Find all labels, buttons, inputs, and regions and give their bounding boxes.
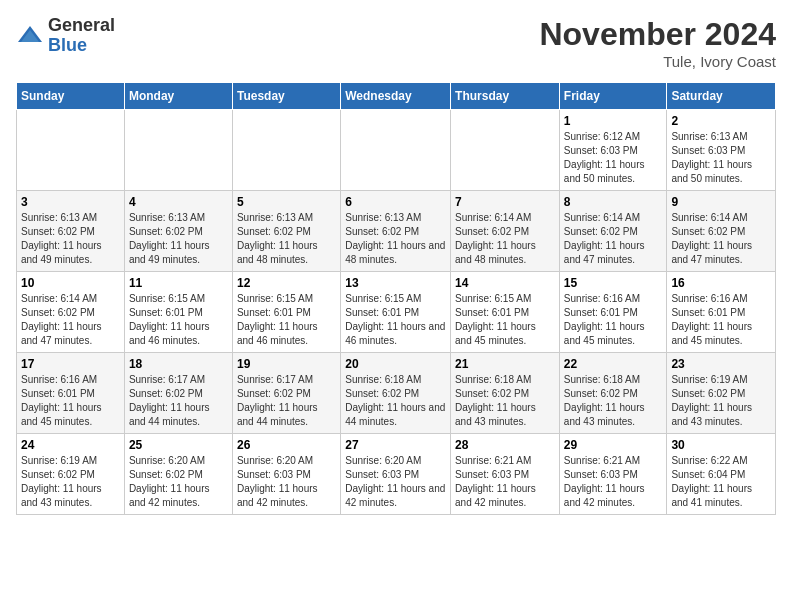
day-number: 25 <box>129 438 228 452</box>
day-info: Sunrise: 6:12 AM Sunset: 6:03 PM Dayligh… <box>564 130 663 186</box>
day-info: Sunrise: 6:18 AM Sunset: 6:02 PM Dayligh… <box>345 373 446 429</box>
day-number: 19 <box>237 357 336 371</box>
calendar-cell: 6Sunrise: 6:13 AM Sunset: 6:02 PM Daylig… <box>341 191 451 272</box>
logo: General Blue <box>16 16 115 56</box>
day-info: Sunrise: 6:15 AM Sunset: 6:01 PM Dayligh… <box>345 292 446 348</box>
day-number: 10 <box>21 276 120 290</box>
day-info: Sunrise: 6:14 AM Sunset: 6:02 PM Dayligh… <box>21 292 120 348</box>
calendar-cell <box>232 110 340 191</box>
day-info: Sunrise: 6:13 AM Sunset: 6:02 PM Dayligh… <box>345 211 446 267</box>
calendar-cell: 4Sunrise: 6:13 AM Sunset: 6:02 PM Daylig… <box>124 191 232 272</box>
day-number: 22 <box>564 357 663 371</box>
calendar-cell: 5Sunrise: 6:13 AM Sunset: 6:02 PM Daylig… <box>232 191 340 272</box>
day-info: Sunrise: 6:16 AM Sunset: 6:01 PM Dayligh… <box>21 373 120 429</box>
calendar-cell: 25Sunrise: 6:20 AM Sunset: 6:02 PM Dayli… <box>124 434 232 515</box>
logo-text: General Blue <box>48 16 115 56</box>
calendar-week: 17Sunrise: 6:16 AM Sunset: 6:01 PM Dayli… <box>17 353 776 434</box>
day-info: Sunrise: 6:15 AM Sunset: 6:01 PM Dayligh… <box>129 292 228 348</box>
header-day: Friday <box>559 83 667 110</box>
header-day: Monday <box>124 83 232 110</box>
day-number: 26 <box>237 438 336 452</box>
calendar-cell: 3Sunrise: 6:13 AM Sunset: 6:02 PM Daylig… <box>17 191 125 272</box>
day-number: 8 <box>564 195 663 209</box>
calendar-cell <box>17 110 125 191</box>
day-number: 23 <box>671 357 771 371</box>
calendar-body: 1Sunrise: 6:12 AM Sunset: 6:03 PM Daylig… <box>17 110 776 515</box>
day-info: Sunrise: 6:19 AM Sunset: 6:02 PM Dayligh… <box>21 454 120 510</box>
calendar-cell: 23Sunrise: 6:19 AM Sunset: 6:02 PM Dayli… <box>667 353 776 434</box>
day-info: Sunrise: 6:15 AM Sunset: 6:01 PM Dayligh… <box>237 292 336 348</box>
calendar-cell: 16Sunrise: 6:16 AM Sunset: 6:01 PM Dayli… <box>667 272 776 353</box>
day-number: 21 <box>455 357 555 371</box>
day-info: Sunrise: 6:14 AM Sunset: 6:02 PM Dayligh… <box>671 211 771 267</box>
day-info: Sunrise: 6:21 AM Sunset: 6:03 PM Dayligh… <box>564 454 663 510</box>
calendar-cell <box>124 110 232 191</box>
logo-blue: Blue <box>48 36 115 56</box>
day-number: 17 <box>21 357 120 371</box>
day-number: 28 <box>455 438 555 452</box>
day-info: Sunrise: 6:19 AM Sunset: 6:02 PM Dayligh… <box>671 373 771 429</box>
day-number: 5 <box>237 195 336 209</box>
day-number: 3 <box>21 195 120 209</box>
month-title: November 2024 <box>539 16 776 53</box>
calendar-week: 3Sunrise: 6:13 AM Sunset: 6:02 PM Daylig… <box>17 191 776 272</box>
day-number: 2 <box>671 114 771 128</box>
calendar-cell <box>451 110 560 191</box>
calendar-cell: 21Sunrise: 6:18 AM Sunset: 6:02 PM Dayli… <box>451 353 560 434</box>
calendar-cell: 18Sunrise: 6:17 AM Sunset: 6:02 PM Dayli… <box>124 353 232 434</box>
day-info: Sunrise: 6:21 AM Sunset: 6:03 PM Dayligh… <box>455 454 555 510</box>
logo-icon <box>16 22 44 50</box>
day-number: 30 <box>671 438 771 452</box>
day-info: Sunrise: 6:13 AM Sunset: 6:02 PM Dayligh… <box>21 211 120 267</box>
calendar-cell: 28Sunrise: 6:21 AM Sunset: 6:03 PM Dayli… <box>451 434 560 515</box>
day-info: Sunrise: 6:20 AM Sunset: 6:03 PM Dayligh… <box>345 454 446 510</box>
header-day: Wednesday <box>341 83 451 110</box>
day-number: 7 <box>455 195 555 209</box>
day-number: 12 <box>237 276 336 290</box>
logo-general: General <box>48 16 115 36</box>
calendar-week: 10Sunrise: 6:14 AM Sunset: 6:02 PM Dayli… <box>17 272 776 353</box>
day-number: 27 <box>345 438 446 452</box>
day-number: 24 <box>21 438 120 452</box>
calendar-cell: 29Sunrise: 6:21 AM Sunset: 6:03 PM Dayli… <box>559 434 667 515</box>
day-info: Sunrise: 6:20 AM Sunset: 6:02 PM Dayligh… <box>129 454 228 510</box>
day-number: 18 <box>129 357 228 371</box>
day-number: 6 <box>345 195 446 209</box>
calendar-cell: 30Sunrise: 6:22 AM Sunset: 6:04 PM Dayli… <box>667 434 776 515</box>
calendar-week: 1Sunrise: 6:12 AM Sunset: 6:03 PM Daylig… <box>17 110 776 191</box>
day-info: Sunrise: 6:20 AM Sunset: 6:03 PM Dayligh… <box>237 454 336 510</box>
day-info: Sunrise: 6:18 AM Sunset: 6:02 PM Dayligh… <box>455 373 555 429</box>
day-number: 11 <box>129 276 228 290</box>
calendar-cell: 22Sunrise: 6:18 AM Sunset: 6:02 PM Dayli… <box>559 353 667 434</box>
day-number: 20 <box>345 357 446 371</box>
day-number: 1 <box>564 114 663 128</box>
page-header: General Blue November 2024 Tule, Ivory C… <box>16 16 776 70</box>
header-day: Saturday <box>667 83 776 110</box>
calendar-cell: 27Sunrise: 6:20 AM Sunset: 6:03 PM Dayli… <box>341 434 451 515</box>
calendar-cell: 15Sunrise: 6:16 AM Sunset: 6:01 PM Dayli… <box>559 272 667 353</box>
calendar-week: 24Sunrise: 6:19 AM Sunset: 6:02 PM Dayli… <box>17 434 776 515</box>
day-info: Sunrise: 6:18 AM Sunset: 6:02 PM Dayligh… <box>564 373 663 429</box>
calendar-cell: 14Sunrise: 6:15 AM Sunset: 6:01 PM Dayli… <box>451 272 560 353</box>
calendar-cell: 26Sunrise: 6:20 AM Sunset: 6:03 PM Dayli… <box>232 434 340 515</box>
day-info: Sunrise: 6:14 AM Sunset: 6:02 PM Dayligh… <box>455 211 555 267</box>
day-number: 29 <box>564 438 663 452</box>
day-info: Sunrise: 6:22 AM Sunset: 6:04 PM Dayligh… <box>671 454 771 510</box>
header-day: Sunday <box>17 83 125 110</box>
day-info: Sunrise: 6:16 AM Sunset: 6:01 PM Dayligh… <box>564 292 663 348</box>
calendar-cell: 1Sunrise: 6:12 AM Sunset: 6:03 PM Daylig… <box>559 110 667 191</box>
header-day: Tuesday <box>232 83 340 110</box>
calendar-cell: 11Sunrise: 6:15 AM Sunset: 6:01 PM Dayli… <box>124 272 232 353</box>
day-info: Sunrise: 6:16 AM Sunset: 6:01 PM Dayligh… <box>671 292 771 348</box>
day-number: 16 <box>671 276 771 290</box>
calendar-table: SundayMondayTuesdayWednesdayThursdayFrid… <box>16 82 776 515</box>
day-number: 4 <box>129 195 228 209</box>
calendar-cell: 17Sunrise: 6:16 AM Sunset: 6:01 PM Dayli… <box>17 353 125 434</box>
calendar-cell: 7Sunrise: 6:14 AM Sunset: 6:02 PM Daylig… <box>451 191 560 272</box>
calendar-cell: 13Sunrise: 6:15 AM Sunset: 6:01 PM Dayli… <box>341 272 451 353</box>
calendar-cell: 19Sunrise: 6:17 AM Sunset: 6:02 PM Dayli… <box>232 353 340 434</box>
header-day: Thursday <box>451 83 560 110</box>
day-info: Sunrise: 6:17 AM Sunset: 6:02 PM Dayligh… <box>129 373 228 429</box>
calendar-cell: 2Sunrise: 6:13 AM Sunset: 6:03 PM Daylig… <box>667 110 776 191</box>
calendar-cell: 10Sunrise: 6:14 AM Sunset: 6:02 PM Dayli… <box>17 272 125 353</box>
